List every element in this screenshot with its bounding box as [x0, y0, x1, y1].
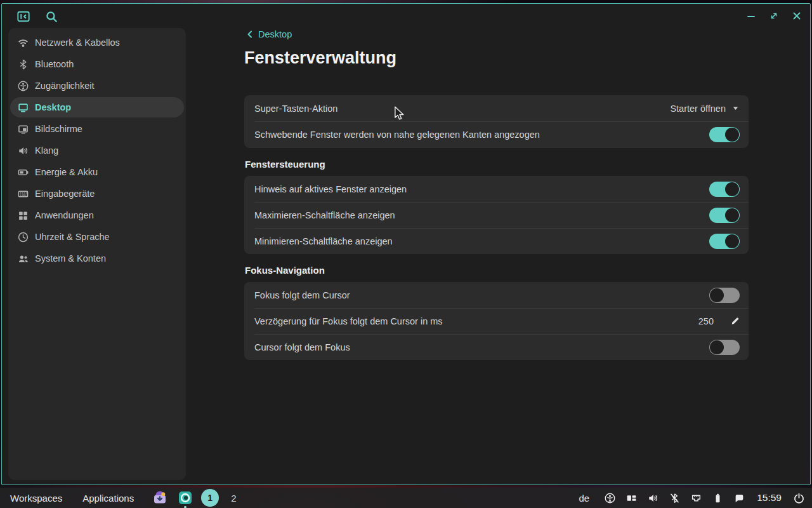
- workspace-1-indicator[interactable]: 1: [201, 489, 219, 507]
- section-heading: Fenstersteuerung: [245, 159, 325, 170]
- row-label: Super-Tasten-Aktion: [254, 104, 670, 114]
- window-controls: [747, 11, 801, 20]
- sidebar-item-label: Klang: [35, 145, 58, 156]
- show-maximize-toggle[interactable]: [709, 208, 740, 223]
- active-window-hint-toggle[interactable]: [709, 182, 740, 197]
- cursor-follows-focus-toggle[interactable]: [709, 340, 740, 355]
- row-label: Hinweis auf aktives Fenster anzeigen: [254, 184, 709, 194]
- accessibility-icon: [18, 81, 29, 91]
- toggle-knob: [725, 182, 739, 196]
- focus-delay-value: 250: [698, 316, 714, 326]
- sidebar-item-label: Netzwerk & Kabellos: [35, 37, 120, 48]
- settings-row-super-key: Super-Tasten-Aktion Starter öffnen: [244, 95, 749, 121]
- sidebar-item-bluetooth[interactable]: Bluetooth: [10, 54, 184, 74]
- toggle-knob: [725, 128, 739, 142]
- store-app-icon[interactable]: [153, 491, 167, 505]
- bluetooth-icon: [18, 59, 29, 70]
- battery-icon: [18, 167, 29, 178]
- row-label: Fokus folgt dem Cursor: [254, 290, 709, 300]
- sidebar-item-bildschirme[interactable]: Bildschirme: [10, 119, 184, 139]
- sidebar-item-desktop[interactable]: Desktop: [10, 97, 184, 117]
- back-link-label: Desktop: [258, 29, 292, 39]
- settings-window: Netzwerk & Kabellos Bluetooth Zugänglich…: [1, 3, 811, 485]
- power-tray-icon[interactable]: [794, 493, 804, 504]
- maximize-icon[interactable]: [769, 11, 778, 20]
- settings-row-snap-edges: Schwebende Fenster werden von nahe geleg…: [244, 121, 749, 147]
- sidebar-item-label: System & Konten: [35, 253, 106, 264]
- row-label: Schwebende Fenster werden von nahe geleg…: [254, 130, 709, 140]
- panel-left: Workspaces Applications 1 2: [10, 489, 237, 507]
- keyboard-icon: [18, 189, 29, 199]
- keyboard-layout-indicator[interactable]: de: [579, 493, 590, 504]
- dropdown-value: Starter öffnen: [670, 104, 726, 114]
- settings-sidebar: Netzwerk & Kabellos Bluetooth Zugänglich…: [8, 28, 186, 480]
- close-icon[interactable]: [792, 11, 801, 20]
- sidebar-item-label: Bluetooth: [35, 59, 74, 69]
- page-title: Fensterverwaltung: [244, 48, 396, 68]
- panel-right: de 15:59: [579, 492, 804, 504]
- sidebar-item-klang[interactable]: Klang: [10, 140, 184, 161]
- sidebar-item-label: Anwendungen: [35, 210, 94, 220]
- workspace-2-indicator[interactable]: 2: [231, 493, 236, 504]
- settings-row-focus-follows-cursor: Fokus folgt dem Cursor: [244, 282, 749, 308]
- sidebar-item-label: Desktop: [35, 102, 71, 112]
- row-label: Maximieren-Schaltfläche anzeigen: [254, 210, 709, 220]
- app-grid-icon: [18, 210, 29, 221]
- toggle-knob: [725, 234, 739, 248]
- battery-tray-icon[interactable]: [712, 493, 723, 504]
- sidebar-item-anwendungen[interactable]: Anwendungen: [10, 205, 184, 225]
- minimize-icon[interactable]: [747, 11, 756, 20]
- focus-delay-control: 250: [698, 316, 740, 326]
- settings-row-minimize-btn: Minimieren-Schaltfläche anzeigen: [244, 228, 749, 254]
- sidebar-item-label: Uhrzeit & Sprache: [35, 232, 110, 242]
- sidebar-item-system-konten[interactable]: System & Konten: [10, 248, 184, 269]
- row-label: Minimieren-Schaltfläche anzeigen: [254, 236, 709, 246]
- snap-edges-toggle[interactable]: [709, 127, 740, 142]
- sidebar-item-zugaenglichkeit[interactable]: Zugänglichkeit: [10, 76, 184, 96]
- notifications-tray-icon[interactable]: [734, 493, 745, 504]
- sidebar-item-eingabegeraete[interactable]: Eingabegeräte: [10, 184, 184, 204]
- sidebar-item-uhrzeit[interactable]: Uhrzeit & Sprache: [10, 227, 184, 247]
- back-link[interactable]: Desktop: [246, 29, 292, 39]
- settings-row-maximize-btn: Maximieren-Schaltfläche anzeigen: [244, 202, 749, 228]
- search-icon[interactable]: [45, 10, 58, 23]
- settings-app-icon[interactable]: [178, 491, 192, 505]
- toggle-knob: [710, 340, 724, 354]
- applications-button[interactable]: Applications: [82, 493, 134, 504]
- sidebar-item-netzwerk[interactable]: Netzwerk & Kabellos: [10, 32, 184, 53]
- sound-icon: [18, 145, 29, 156]
- chevron-down-icon: [731, 104, 740, 112]
- displays-icon: [18, 124, 29, 135]
- focus-navigation-card: Fokus folgt dem Cursor Verzögerung für F…: [244, 282, 749, 360]
- users-icon: [18, 253, 29, 264]
- edit-pencil-icon[interactable]: [730, 316, 740, 326]
- workspaces-button[interactable]: Workspaces: [10, 493, 62, 504]
- taskbar-panel: Workspaces Applications 1 2 de: [0, 488, 812, 508]
- show-minimize-toggle[interactable]: [709, 234, 740, 249]
- tiling-tray-icon[interactable]: [626, 493, 637, 504]
- settings-row-focus-delay: Verzögerung für Fokus folgt dem Cursor i…: [244, 308, 749, 334]
- settings-row-cursor-follows-focus: Cursor folgt dem Fokus: [244, 334, 749, 360]
- settings-row-active-hint: Hinweis auf aktives Fenster anzeigen: [244, 176, 749, 202]
- focus-follows-cursor-toggle[interactable]: [709, 288, 740, 303]
- sidebar-item-label: Energie & Akku: [35, 167, 98, 177]
- accessibility-tray-icon[interactable]: [605, 493, 615, 504]
- row-label: Cursor folgt dem Fokus: [254, 342, 709, 352]
- section-heading: Fokus-Navigation: [245, 265, 325, 276]
- sidebar-toggle-icon[interactable]: [17, 10, 30, 23]
- bluetooth-disabled-tray-icon[interactable]: [669, 493, 680, 504]
- titlebar-left: [17, 10, 58, 23]
- wired-network-tray-icon[interactable]: [691, 493, 702, 504]
- desktop-icon: [18, 102, 29, 113]
- clock-label[interactable]: 15:59: [757, 492, 782, 504]
- volume-tray-icon[interactable]: [648, 493, 658, 504]
- toggle-knob: [710, 288, 724, 302]
- chevron-left-icon: [246, 30, 254, 39]
- clock-globe-icon: [18, 232, 29, 243]
- sidebar-item-label: Eingabegeräte: [35, 189, 95, 199]
- row-label: Verzögerung für Fokus folgt dem Cursor i…: [254, 316, 698, 326]
- wifi-icon: [18, 37, 29, 48]
- super-key-dropdown[interactable]: Starter öffnen: [670, 104, 740, 114]
- super-key-card: Super-Tasten-Aktion Starter öffnen Schwe…: [244, 95, 749, 148]
- sidebar-item-energie[interactable]: Energie & Akku: [10, 162, 184, 182]
